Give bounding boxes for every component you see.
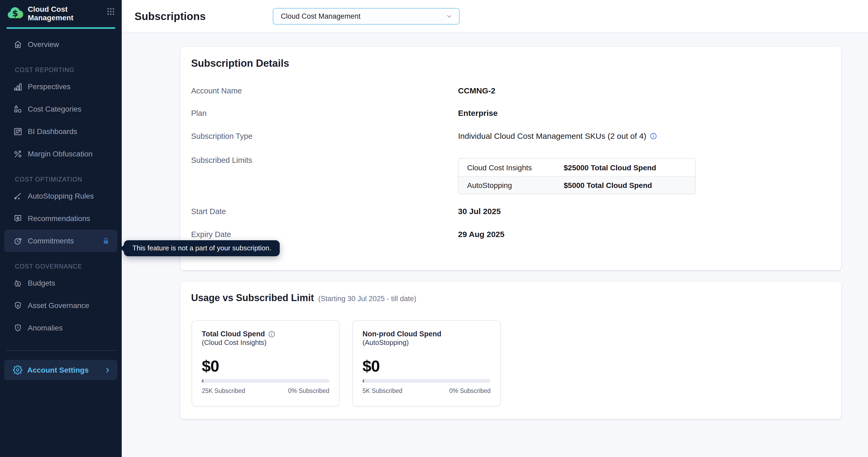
start-date-label: Start Date	[191, 207, 226, 216]
bar-chart-icon	[13, 82, 23, 92]
module-selector-dropdown[interactable]: Cloud Cost Management	[273, 8, 460, 25]
total-cloud-spend-stat-card: Total Cloud Spend (Cloud Cost Insights) …	[192, 320, 340, 406]
chevron-down-icon	[446, 13, 453, 20]
expiry-date-label: Expiry Date	[191, 230, 231, 239]
sidebar-item-overview[interactable]: Overview	[0, 33, 122, 56]
info-icon[interactable]	[649, 132, 657, 140]
stat-footer: 5K Subscribed 0% Subscribed	[363, 388, 491, 394]
account-name-label: Account Name	[191, 87, 242, 95]
table-row: Cloud Cost Insights $25000 Total Cloud S…	[459, 158, 695, 176]
sidebar-divider	[6, 350, 115, 351]
usage-title: Usage vs Subscribed Limit	[191, 293, 314, 304]
sku-name: Cloud Cost Insights	[459, 163, 564, 172]
subscribed-percent-label: 0% Subscribed	[449, 388, 491, 394]
sidebar-item-autostopping-rules[interactable]: AutoStopping Rules	[0, 185, 122, 207]
sidebar-item-label: Perspectives	[28, 82, 70, 91]
module-grid-icon[interactable]	[106, 4, 115, 16]
svg-text:$: $	[17, 303, 19, 307]
usage-heading-row: Usage vs Subscribed Limit (Starting 30 J…	[191, 293, 416, 304]
progress-bar	[363, 379, 491, 383]
sidebar-item-cost-categories[interactable]: Cost Categories	[0, 98, 122, 120]
start-date-value: 30 Jul 2025	[458, 207, 501, 216]
stat-title: Non-prod Cloud Spend	[363, 329, 441, 338]
table-row: AutoStopping $5000 Total Cloud Spend	[459, 176, 695, 194]
subscribed-percent-label: 0% Subscribed	[288, 388, 329, 394]
sidebar-item-label: Recommendations	[28, 214, 90, 223]
sku-limit: $25000 Total Cloud Spend	[564, 163, 656, 172]
sidebar-item-label: Commitments	[28, 237, 74, 245]
sku-name: AutoStopping	[459, 181, 564, 189]
stat-subtitle: (Cloud Cost Insights)	[202, 338, 329, 347]
chevron-right-icon	[104, 366, 111, 373]
module-accent-rule	[6, 27, 115, 29]
subscription-type-value-row: Individual Cloud Cost Management SKUs (2…	[458, 131, 657, 141]
page-header: Subscriptions Cloud Cost Management	[122, 0, 868, 33]
sidebar-item-asset-governance[interactable]: $ Asset Governance	[0, 294, 122, 316]
lock-icon	[102, 237, 110, 245]
stat-title-row: Non-prod Cloud Spend	[363, 329, 491, 338]
sidebar-item-label: Cost Categories	[28, 104, 82, 113]
shield-alert-icon	[13, 323, 23, 333]
autostopping-icon	[13, 191, 23, 201]
plan-label: Plan	[191, 109, 207, 118]
usage-card: Usage vs Subscribed Limit (Starting 30 J…	[180, 282, 841, 419]
stat-value: $0	[202, 358, 329, 375]
stat-value: $0	[363, 358, 491, 375]
subscription-details-card: Subscription Details Account Name CCMNG-…	[180, 47, 841, 270]
sidebar-item-perspectives[interactable]: Perspectives	[0, 75, 122, 98]
sidebar-nav: Overview COST REPORTING Perspectives	[0, 33, 122, 339]
svg-text:$: $	[12, 8, 18, 18]
subscription-details-title: Subscription Details	[191, 58, 289, 69]
stat-subtitle: (AutoStopping)	[363, 338, 491, 347]
shield-dollar-icon: $	[13, 300, 23, 310]
stat-footer: 25K Subscribed 0% Subscribed	[202, 388, 329, 394]
section-cost-reporting: COST REPORTING	[0, 65, 122, 75]
nonprod-cloud-spend-stat-card: Non-prod Cloud Spend (AutoStopping) $0 5…	[352, 320, 501, 406]
shapes-icon	[13, 104, 23, 114]
subscription-type-value: Individual Cloud Cost Management SKUs (2…	[458, 131, 646, 141]
app-title: Cloud Cost Management	[28, 4, 102, 22]
subscribed-amount-label: 5K Subscribed	[363, 388, 403, 394]
subscribed-amount-label: 25K Subscribed	[202, 388, 245, 394]
sidebar-item-label: Margin Obfuscation	[28, 150, 93, 158]
home-icon	[13, 39, 23, 50]
progress-bar	[202, 379, 329, 383]
sidebar-item-recommendations[interactable]: Recommendations	[0, 207, 122, 230]
sidebar-item-label: Overview	[28, 40, 59, 49]
subscription-type-label: Subscription Type	[191, 132, 252, 141]
section-cost-optimization: COST OPTIMIZATION	[0, 174, 122, 185]
sidebar-item-label: Budgets	[28, 279, 55, 287]
progress-bar-fill	[363, 379, 364, 383]
recommendation-badge-icon	[13, 213, 23, 223]
cloud-cost-logo-icon: $	[6, 4, 24, 22]
commitments-clock-icon	[13, 236, 23, 246]
app-window: $ Cloud Cost Management	[0, 0, 868, 457]
sidebar-item-label: Asset Governance	[28, 301, 89, 310]
section-cost-governance: COST GOVERNANCE	[0, 261, 122, 272]
sidebar-item-margin-obfuscation[interactable]: Margin Obfuscation	[0, 143, 122, 165]
stat-title-row: Total Cloud Spend	[202, 329, 329, 338]
subscribed-limits-label: Subscribed Limits	[191, 156, 252, 164]
main-area: Subscriptions Cloud Cost Management Subs…	[122, 0, 868, 457]
sidebar-item-account-settings[interactable]: Account Settings	[4, 360, 118, 380]
sku-limit: $5000 Total Cloud Spend	[564, 181, 652, 189]
stat-title: Total Cloud Spend	[202, 329, 265, 338]
usage-subtitle: (Starting 30 Jul 2025 - till date)	[318, 295, 416, 303]
sidebar-item-anomalies[interactable]: Anomalies	[0, 316, 122, 339]
sidebar-item-bi-dashboards[interactable]: BI Dashboards	[0, 120, 122, 143]
module-selector-value: Cloud Cost Management	[281, 12, 361, 20]
dashboard-icon	[13, 126, 23, 136]
account-name-value: CCMNG-2	[458, 86, 495, 95]
sidebar-item-label: AutoStopping Rules	[28, 192, 94, 200]
sidebar-item-budgets[interactable]: $ Budgets	[0, 272, 122, 294]
account-settings-label: Account Settings	[27, 366, 89, 374]
sidebar-item-commitments[interactable]: Commitments	[4, 230, 118, 252]
sidebar-item-label: BI Dashboards	[28, 127, 77, 135]
sidebar: $ Cloud Cost Management	[0, 0, 122, 457]
percent-arrow-icon	[13, 149, 23, 159]
sidebar-item-label: Anomalies	[28, 324, 63, 332]
info-icon[interactable]	[268, 330, 276, 338]
expiry-date-value: 29 Aug 2025	[458, 230, 504, 239]
plan-value: Enterprise	[458, 109, 498, 118]
page-title: Subscriptions	[134, 10, 206, 23]
